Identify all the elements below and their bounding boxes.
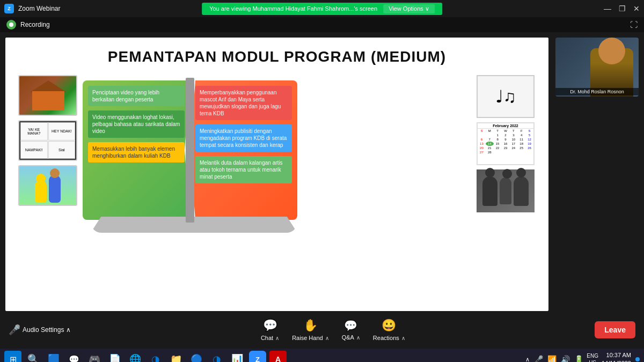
cal-day-f: F bbox=[517, 129, 525, 133]
book-section-left-1: Penciptaan video yang lebih berkaitan de… bbox=[88, 86, 185, 106]
taskbar-chrome2-button[interactable]: 🔵 bbox=[188, 351, 205, 362]
cal-d23: 23 bbox=[502, 146, 510, 150]
raise-hand-button[interactable]: ✋ Raise Hand ∧ bbox=[292, 319, 328, 341]
participant-video: Dr. Mohd Roslan Rosnon bbox=[553, 38, 639, 311]
locale-label: US bbox=[587, 359, 598, 362]
left-images: YA! KE MANA? HEY NDAK! NAMPAK!! Sial bbox=[18, 75, 77, 206]
taskbar-xbox-button[interactable]: 🎮 bbox=[86, 351, 103, 362]
calendar-image: February 2022 S M T W T F S 1 2 3 bbox=[477, 122, 535, 165]
cal-d11: 11 bbox=[517, 137, 525, 142]
view-options-button[interactable]: View Options ∨ bbox=[383, 4, 435, 13]
cal-d12: 12 bbox=[525, 137, 533, 142]
chat-chevron: ∧ bbox=[275, 335, 279, 341]
cal-d19: 19 bbox=[525, 142, 533, 146]
recording-dot bbox=[6, 20, 16, 29]
notification-dot bbox=[635, 357, 640, 361]
cal-day-w: W bbox=[502, 129, 510, 133]
book-section-left-3: Memasukkan lebih banyak elemen menghibur… bbox=[88, 142, 185, 162]
cal-d10: 10 bbox=[509, 137, 517, 142]
raise-hand-icon: ✋ bbox=[303, 319, 318, 333]
person-3 bbox=[514, 176, 529, 206]
restore-button[interactable]: ❐ bbox=[619, 4, 626, 13]
comic-cell-1: YA! KE MANA? bbox=[20, 122, 48, 141]
audio-settings-control[interactable]: 🎤 Audio Settings ∧ bbox=[9, 324, 71, 336]
cal-day-m: M bbox=[486, 129, 494, 133]
title-left: Z Zoom Webinar bbox=[4, 4, 60, 13]
house-illustration bbox=[19, 76, 76, 115]
cal-d6: 6 bbox=[478, 137, 486, 142]
taskbar-mic-icon: 🎤 bbox=[534, 355, 543, 362]
taskbar-battery-icon: 🔋 bbox=[574, 355, 583, 362]
cartoon-char-1 bbox=[35, 180, 47, 203]
taskbar-acrobat-button[interactable]: A bbox=[269, 351, 287, 362]
title-bar: Z Zoom Webinar You are viewing Muhammad … bbox=[0, 0, 644, 17]
reactions-button[interactable]: 😀 Reactions ∧ bbox=[373, 319, 405, 341]
cal-d26: 26 bbox=[525, 146, 533, 150]
book-section-right-3: Melantik duta dalam kalangan artis atau … bbox=[195, 156, 292, 183]
toolbar-center: 💬 Chat ∧ ✋ Raise Hand ∧ 💬 Q&A ∧ 😀 Reacti… bbox=[261, 319, 405, 341]
chat-label: Chat bbox=[261, 335, 273, 341]
taskbar-powerpoint-button[interactable]: 📊 bbox=[229, 351, 246, 362]
slide-content: YA! KE MANA? HEY NDAK! NAMPAK!! Sial bbox=[18, 75, 536, 290]
language-label: ENG bbox=[587, 352, 598, 359]
raise-hand-chevron: ∧ bbox=[325, 335, 329, 341]
taskbar-edge-button[interactable]: ◑ bbox=[147, 351, 164, 362]
reactions-icon: 😀 bbox=[382, 319, 396, 333]
chat-button[interactable]: 💬 Chat ∧ bbox=[261, 319, 279, 341]
taskbar-zoom-button[interactable]: Z bbox=[249, 351, 266, 362]
cal-d20: 20 bbox=[478, 146, 486, 150]
taskbar-network-icon: 📶 bbox=[547, 355, 557, 362]
recording-label: Recording bbox=[20, 21, 50, 28]
cal-d2: 2 bbox=[502, 133, 510, 137]
comic-cell-4: Sial bbox=[48, 141, 76, 159]
clock-time: 10:37 AM bbox=[602, 351, 631, 359]
taskbar-chrome-button[interactable]: 🌐 bbox=[127, 351, 144, 362]
leave-button[interactable]: Leave bbox=[595, 321, 635, 338]
taskbar-folder-button[interactable]: 📁 bbox=[167, 351, 185, 362]
cal-d5: 5 bbox=[525, 133, 533, 137]
slide-title: PEMANTAPAN MODUL PROGRAM (MEDIUM) bbox=[18, 48, 536, 65]
taskbar-edge2-button[interactable]: ◑ bbox=[208, 351, 225, 362]
minimize-button[interactable]: — bbox=[604, 4, 611, 13]
zoom-logo-icon: Z bbox=[4, 4, 14, 13]
taskbar-widgets-button[interactable]: 🟦 bbox=[45, 351, 62, 362]
comic-illustration: YA! KE MANA? HEY NDAK! NAMPAK!! Sial bbox=[19, 121, 76, 160]
cal-day-s2: S bbox=[525, 129, 533, 133]
char-head-1 bbox=[36, 174, 46, 183]
cal-d28: 28 bbox=[486, 150, 494, 154]
person-1 bbox=[482, 176, 497, 206]
cal-empty-1 bbox=[478, 133, 486, 137]
reactions-label: Reactions bbox=[373, 335, 399, 341]
taskbar-search-button[interactable]: 🔍 bbox=[25, 351, 42, 362]
recording-bar: Recording ⛶ bbox=[0, 17, 644, 32]
show-hidden-icon[interactable]: ∧ bbox=[525, 356, 530, 363]
book-spine bbox=[186, 78, 194, 223]
book-left-page: Penciptaan video yang lebih berkaitan de… bbox=[83, 80, 190, 220]
cal-d15: 15 bbox=[494, 142, 502, 146]
cal-day-t2: T bbox=[509, 129, 517, 133]
qa-icon: 💬 bbox=[344, 319, 357, 332]
comic-cell-2: HEY NDAK! bbox=[48, 122, 76, 141]
cal-d9: 9 bbox=[502, 137, 510, 142]
windows-start-button[interactable]: ⊞ bbox=[4, 351, 21, 362]
close-button[interactable]: ✕ bbox=[633, 4, 640, 13]
taskbar-teams-button[interactable]: 💬 bbox=[65, 351, 83, 362]
title-controls: — ❐ ✕ bbox=[604, 4, 640, 13]
cal-d4: 4 bbox=[517, 133, 525, 137]
cal-day-s1: S bbox=[478, 129, 486, 133]
taskbar-right: ∧ 🎤 📶 🔊 🔋 ENG US 10:37 AM 14/11/2022 bbox=[525, 351, 640, 362]
audio-settings-chevron: ∧ bbox=[66, 326, 71, 334]
video-thumbnail: Dr. Mohd Roslan Rosnon bbox=[555, 38, 639, 97]
language-indicator: ENG US bbox=[587, 352, 598, 362]
qa-button[interactable]: 💬 Q&A ∧ bbox=[342, 319, 360, 341]
participant-name: Dr. Mohd Roslan Rosnon bbox=[555, 88, 639, 95]
main-area: PEMANTAPAN MODUL PROGRAM (MEDIUM) YA! KE… bbox=[0, 32, 644, 311]
reactions-chevron: ∧ bbox=[401, 335, 405, 341]
cal-d7: 7 bbox=[486, 137, 494, 142]
cal-d18: 18 bbox=[517, 142, 525, 146]
taskbar-office-button[interactable]: 📄 bbox=[106, 351, 123, 362]
book-section-right-2: Meningkatkan publisiti dengan mengadakan… bbox=[195, 124, 292, 152]
audio-settings-label: Audio Settings bbox=[23, 326, 64, 334]
fullscreen-icon[interactable]: ⛶ bbox=[630, 20, 638, 29]
screen-share-notice: You are viewing Muhammad Hidayat Fahmi S… bbox=[202, 3, 442, 15]
